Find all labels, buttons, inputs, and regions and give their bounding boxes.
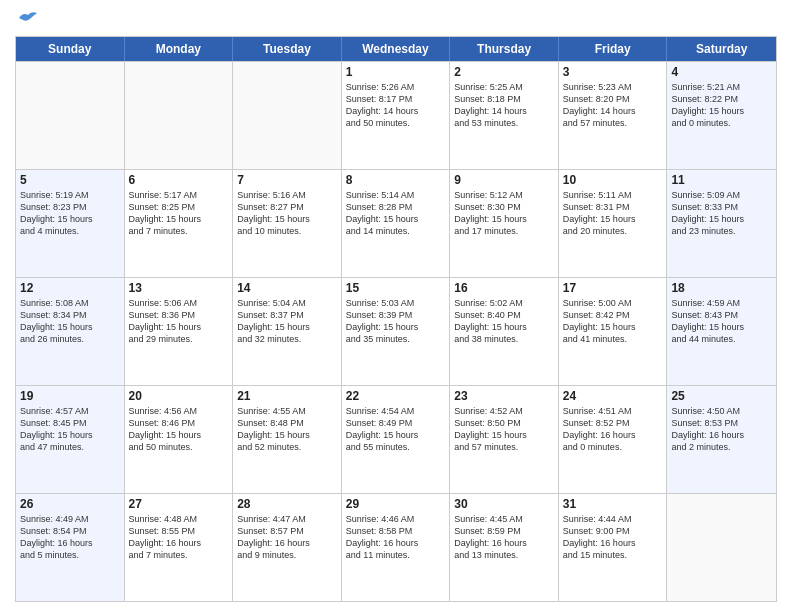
calendar-cell-1-5: 10Sunrise: 5:11 AMSunset: 8:31 PMDayligh… [559,170,668,277]
calendar-cell-2-4: 16Sunrise: 5:02 AMSunset: 8:40 PMDayligh… [450,278,559,385]
cell-line: Sunrise: 4:54 AM [346,405,446,417]
day-number: 16 [454,281,554,295]
cell-line: and 57 minutes. [454,441,554,453]
cell-line: Daylight: 16 hours [129,537,229,549]
calendar-cell-4-4: 30Sunrise: 4:45 AMSunset: 8:59 PMDayligh… [450,494,559,601]
cell-line: and 5 minutes. [20,549,120,561]
day-number: 31 [563,497,663,511]
day-number: 20 [129,389,229,403]
cell-line: Sunrise: 5:12 AM [454,189,554,201]
day-number: 25 [671,389,772,403]
cell-line: and 52 minutes. [237,441,337,453]
calendar-cell-0-3: 1Sunrise: 5:26 AMSunset: 8:17 PMDaylight… [342,62,451,169]
cell-line: Sunset: 8:20 PM [563,93,663,105]
cell-line: Daylight: 15 hours [129,429,229,441]
cell-line: Sunrise: 5:16 AM [237,189,337,201]
cell-line: Sunset: 8:42 PM [563,309,663,321]
cell-line: Sunrise: 4:59 AM [671,297,772,309]
day-number: 19 [20,389,120,403]
cell-line: Sunset: 8:52 PM [563,417,663,429]
cell-line: and 38 minutes. [454,333,554,345]
header-monday: Monday [125,37,234,61]
calendar-cell-4-1: 27Sunrise: 4:48 AMSunset: 8:55 PMDayligh… [125,494,234,601]
day-number: 22 [346,389,446,403]
cell-line: Sunset: 8:39 PM [346,309,446,321]
cell-line: Sunset: 8:57 PM [237,525,337,537]
cell-line: Sunset: 8:50 PM [454,417,554,429]
cell-line: Sunrise: 4:50 AM [671,405,772,417]
cell-line: and 7 minutes. [129,549,229,561]
cell-line: and 47 minutes. [20,441,120,453]
header-saturday: Saturday [667,37,776,61]
cell-line: Sunrise: 5:09 AM [671,189,772,201]
calendar-cell-1-3: 8Sunrise: 5:14 AMSunset: 8:28 PMDaylight… [342,170,451,277]
cell-line: and 50 minutes. [129,441,229,453]
day-number: 24 [563,389,663,403]
cell-line: Sunrise: 5:17 AM [129,189,229,201]
calendar-cell-3-2: 21Sunrise: 4:55 AMSunset: 8:48 PMDayligh… [233,386,342,493]
cell-line: Sunrise: 4:45 AM [454,513,554,525]
cell-line: Daylight: 15 hours [346,321,446,333]
cell-line: Sunset: 8:23 PM [20,201,120,213]
day-number: 14 [237,281,337,295]
calendar-header: SundayMondayTuesdayWednesdayThursdayFrid… [16,37,776,61]
cell-line: Sunrise: 4:52 AM [454,405,554,417]
calendar-cell-0-2 [233,62,342,169]
cell-line: Sunrise: 5:14 AM [346,189,446,201]
calendar-cell-3-1: 20Sunrise: 4:56 AMSunset: 8:46 PMDayligh… [125,386,234,493]
cell-line: and 50 minutes. [346,117,446,129]
day-number: 12 [20,281,120,295]
calendar-cell-2-3: 15Sunrise: 5:03 AMSunset: 8:39 PMDayligh… [342,278,451,385]
calendar-cell-2-1: 13Sunrise: 5:06 AMSunset: 8:36 PMDayligh… [125,278,234,385]
cell-line: Sunset: 8:45 PM [20,417,120,429]
day-number: 30 [454,497,554,511]
calendar-cell-4-6 [667,494,776,601]
cell-line: and 55 minutes. [346,441,446,453]
calendar-cell-2-2: 14Sunrise: 5:04 AMSunset: 8:37 PMDayligh… [233,278,342,385]
page: SundayMondayTuesdayWednesdayThursdayFrid… [0,0,792,612]
cell-line: Sunset: 9:00 PM [563,525,663,537]
cell-line: Daylight: 15 hours [671,105,772,117]
cell-line: Daylight: 15 hours [129,213,229,225]
cell-line: Daylight: 15 hours [454,321,554,333]
calendar-cell-4-0: 26Sunrise: 4:49 AMSunset: 8:54 PMDayligh… [16,494,125,601]
cell-line: Sunset: 8:36 PM [129,309,229,321]
cell-line: Sunrise: 5:26 AM [346,81,446,93]
cell-line: Sunset: 8:49 PM [346,417,446,429]
calendar-cell-1-4: 9Sunrise: 5:12 AMSunset: 8:30 PMDaylight… [450,170,559,277]
cell-line: Sunset: 8:18 PM [454,93,554,105]
day-number: 11 [671,173,772,187]
cell-line: Sunset: 8:48 PM [237,417,337,429]
calendar-cell-0-4: 2Sunrise: 5:25 AMSunset: 8:18 PMDaylight… [450,62,559,169]
cell-line: Sunrise: 5:23 AM [563,81,663,93]
cell-line: and 9 minutes. [237,549,337,561]
day-number: 6 [129,173,229,187]
calendar-row-2: 12Sunrise: 5:08 AMSunset: 8:34 PMDayligh… [16,277,776,385]
calendar-cell-3-6: 25Sunrise: 4:50 AMSunset: 8:53 PMDayligh… [667,386,776,493]
calendar: SundayMondayTuesdayWednesdayThursdayFrid… [15,36,777,602]
cell-line: Sunset: 8:33 PM [671,201,772,213]
day-number: 23 [454,389,554,403]
cell-line: Sunrise: 5:00 AM [563,297,663,309]
cell-line: and 14 minutes. [346,225,446,237]
cell-line: Daylight: 15 hours [237,213,337,225]
cell-line: Sunset: 8:28 PM [346,201,446,213]
cell-line: Sunset: 8:37 PM [237,309,337,321]
calendar-row-3: 19Sunrise: 4:57 AMSunset: 8:45 PMDayligh… [16,385,776,493]
cell-line: and 26 minutes. [20,333,120,345]
day-number: 2 [454,65,554,79]
cell-line: and 0 minutes. [671,117,772,129]
calendar-cell-3-4: 23Sunrise: 4:52 AMSunset: 8:50 PMDayligh… [450,386,559,493]
cell-line: Sunset: 8:17 PM [346,93,446,105]
cell-line: Daylight: 15 hours [563,321,663,333]
day-number: 17 [563,281,663,295]
calendar-row-4: 26Sunrise: 4:49 AMSunset: 8:54 PMDayligh… [16,493,776,601]
cell-line: Sunrise: 4:56 AM [129,405,229,417]
cell-line: Daylight: 16 hours [454,537,554,549]
calendar-cell-2-5: 17Sunrise: 5:00 AMSunset: 8:42 PMDayligh… [559,278,668,385]
day-number: 5 [20,173,120,187]
cell-line: Daylight: 14 hours [454,105,554,117]
calendar-cell-0-1 [125,62,234,169]
header [15,10,777,30]
cell-line: Sunset: 8:46 PM [129,417,229,429]
